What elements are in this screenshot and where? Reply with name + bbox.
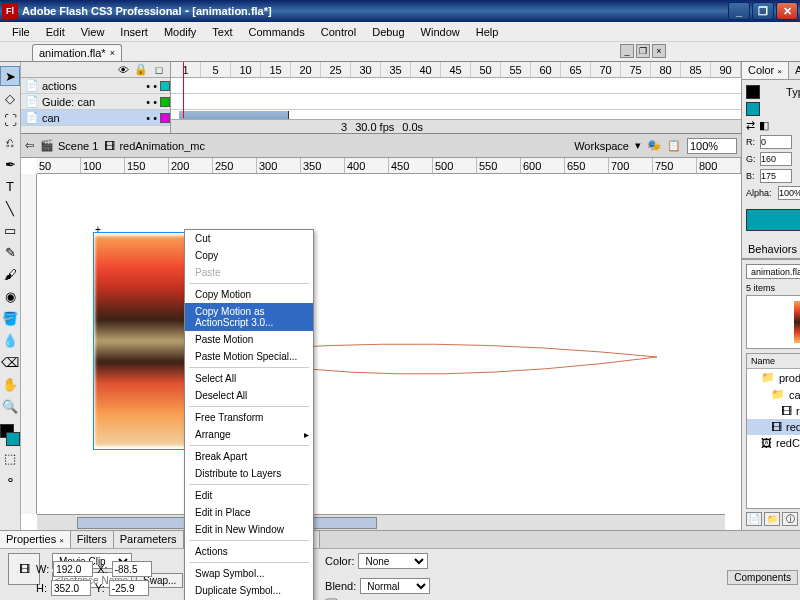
zoom-tool[interactable]: 🔍 bbox=[0, 396, 20, 416]
lock-icon[interactable]: 🔒 bbox=[134, 63, 148, 76]
line-tool[interactable]: ╲ bbox=[0, 198, 20, 218]
g-input[interactable] bbox=[760, 152, 792, 166]
menu-help[interactable]: Help bbox=[468, 24, 507, 40]
pencil-tool[interactable]: ✎ bbox=[0, 242, 20, 262]
options-tool[interactable]: ⚬ bbox=[0, 470, 20, 490]
menu-text[interactable]: Text bbox=[204, 24, 240, 40]
fill-swatch[interactable] bbox=[746, 102, 760, 116]
layer-row[interactable]: 📄Guide: can•• bbox=[21, 94, 170, 110]
brush-tool[interactable]: 🖌 bbox=[0, 264, 20, 284]
ctx-duplicate-symbol-[interactable]: Duplicate Symbol... bbox=[185, 582, 313, 599]
document-tab[interactable]: animation.fla* × bbox=[32, 44, 122, 61]
paint-bucket-tool[interactable]: 🪣 bbox=[0, 308, 20, 328]
tab-color[interactable]: Color× bbox=[742, 62, 789, 79]
library-name-column[interactable]: Name bbox=[747, 354, 800, 369]
pen-tool[interactable]: ✒ bbox=[0, 154, 20, 174]
ctx-deselect-all[interactable]: Deselect All bbox=[185, 387, 313, 404]
ctx-swap-symbol-[interactable]: Swap Symbol... bbox=[185, 565, 313, 582]
library-item[interactable]: 🖼redCan.png bbox=[747, 435, 800, 451]
ctx-copy-motion-as-actionscript-3-0-[interactable]: Copy Motion as ActionScript 3.0... bbox=[185, 303, 313, 331]
eyedropper-tool[interactable]: 💧 bbox=[0, 330, 20, 350]
ctx-distribute-to-layers[interactable]: Distribute to Layers bbox=[185, 465, 313, 482]
ctx-cut[interactable]: Cut bbox=[185, 230, 313, 247]
default-colors-icon[interactable]: ◧ bbox=[759, 119, 769, 132]
library-item[interactable]: 🎞redCan_mc bbox=[747, 403, 800, 419]
ctx-copy-motion[interactable]: Copy Motion bbox=[185, 286, 313, 303]
library-item[interactable]: 🎞redAnimation_mc bbox=[747, 419, 800, 435]
ctx-edit-in-new-window[interactable]: Edit in New Window bbox=[185, 521, 313, 538]
doc-minimize-button[interactable]: _ bbox=[620, 44, 634, 58]
fill-color-swatch[interactable] bbox=[6, 432, 20, 446]
tab-actions[interactable]: Actions bbox=[789, 62, 800, 79]
tab-parameters[interactable]: Parameters bbox=[114, 531, 184, 548]
horizontal-scrollbar[interactable] bbox=[37, 514, 725, 530]
width-input[interactable] bbox=[53, 561, 93, 577]
ctx-select-all[interactable]: Select All bbox=[185, 370, 313, 387]
subselection-tool[interactable]: ◇ bbox=[0, 88, 20, 108]
layer-row[interactable]: 📄actions•• bbox=[21, 78, 170, 94]
playhead[interactable] bbox=[183, 62, 184, 118]
menu-debug[interactable]: Debug bbox=[364, 24, 412, 40]
r-input[interactable] bbox=[760, 135, 792, 149]
back-icon[interactable]: ⇦ bbox=[25, 139, 34, 152]
text-tool[interactable]: T bbox=[0, 176, 20, 196]
properties-button[interactable]: ⓘ bbox=[782, 512, 798, 526]
free-transform-tool[interactable]: ⛶ bbox=[0, 110, 20, 130]
tab-behaviors[interactable]: Behaviors bbox=[742, 241, 800, 258]
close-tab-icon[interactable]: × bbox=[110, 48, 115, 58]
menu-insert[interactable]: Insert bbox=[112, 24, 156, 40]
ctx-break-apart[interactable]: Break Apart bbox=[185, 448, 313, 465]
hand-tool[interactable]: ✋ bbox=[0, 374, 20, 394]
blend-mode-select[interactable]: Normal bbox=[360, 578, 430, 594]
tab-properties[interactable]: Properties× bbox=[0, 531, 71, 548]
ctx-paste-motion[interactable]: Paste Motion bbox=[185, 331, 313, 348]
library-item[interactable]: 📁product_red bbox=[747, 369, 800, 386]
zoom-input[interactable] bbox=[687, 138, 737, 154]
menu-commands[interactable]: Commands bbox=[240, 24, 312, 40]
close-button[interactable]: ✕ bbox=[776, 2, 798, 20]
library-file-select[interactable]: animation.fla bbox=[746, 264, 800, 279]
rectangle-tool[interactable]: ▭ bbox=[0, 220, 20, 240]
eraser-tool[interactable]: ⌫ bbox=[0, 352, 20, 372]
ctx-free-transform[interactable]: Free Transform bbox=[185, 409, 313, 426]
swap-colors-icon[interactable]: ⇄ bbox=[746, 119, 755, 132]
library-item[interactable]: 📁can bbox=[747, 386, 800, 403]
menu-window[interactable]: Window bbox=[413, 24, 468, 40]
minimize-button[interactable]: _ bbox=[728, 2, 750, 20]
ctx-actions[interactable]: Actions bbox=[185, 543, 313, 560]
menu-edit[interactable]: Edit bbox=[38, 24, 73, 40]
x-input[interactable] bbox=[112, 561, 152, 577]
doc-restore-button[interactable]: ❐ bbox=[636, 44, 650, 58]
menu-file[interactable]: File bbox=[4, 24, 38, 40]
snap-tool[interactable]: ⬚ bbox=[0, 448, 20, 468]
b-input[interactable] bbox=[760, 169, 792, 183]
doc-close-button[interactable]: × bbox=[652, 44, 666, 58]
scene-crumb[interactable]: 🎬 Scene 1 bbox=[40, 139, 98, 152]
scene-edit-icon[interactable]: 📋 bbox=[667, 139, 681, 152]
symbol-edit-icon[interactable]: 🎭 bbox=[647, 139, 661, 152]
tab-filters[interactable]: Filters bbox=[71, 531, 114, 548]
menu-control[interactable]: Control bbox=[313, 24, 364, 40]
lasso-tool[interactable]: ⎌ bbox=[0, 132, 20, 152]
ctx-paste-motion-special-[interactable]: Paste Motion Special... bbox=[185, 348, 313, 365]
visibility-icon[interactable]: 👁 bbox=[116, 64, 130, 76]
color-effect-select[interactable]: None bbox=[358, 553, 428, 569]
symbol-crumb[interactable]: 🎞 redAnimation_mc bbox=[104, 140, 205, 152]
menu-view[interactable]: View bbox=[73, 24, 113, 40]
maximize-button[interactable]: ❐ bbox=[752, 2, 774, 20]
outline-icon[interactable]: □ bbox=[152, 64, 166, 76]
new-symbol-button[interactable]: 📄 bbox=[746, 512, 762, 526]
ink-bottle-tool[interactable]: ◉ bbox=[0, 286, 20, 306]
ctx-copy[interactable]: Copy bbox=[185, 247, 313, 264]
ctx-edit[interactable]: Edit bbox=[185, 487, 313, 504]
workspace-dropdown[interactable]: ▾ bbox=[635, 139, 641, 152]
layer-row[interactable]: 📄can•• bbox=[21, 110, 170, 126]
timeline-frames[interactable]: 151015202530354045505560657075808590 3 3… bbox=[171, 62, 741, 133]
y-input[interactable] bbox=[109, 580, 149, 596]
stage[interactable]: + bbox=[37, 174, 725, 514]
new-folder-button[interactable]: 📁 bbox=[764, 512, 780, 526]
alpha-input[interactable] bbox=[778, 186, 800, 200]
ctx-edit-in-place[interactable]: Edit in Place bbox=[185, 504, 313, 521]
menu-modify[interactable]: Modify bbox=[156, 24, 204, 40]
stroke-swatch[interactable] bbox=[746, 85, 760, 99]
